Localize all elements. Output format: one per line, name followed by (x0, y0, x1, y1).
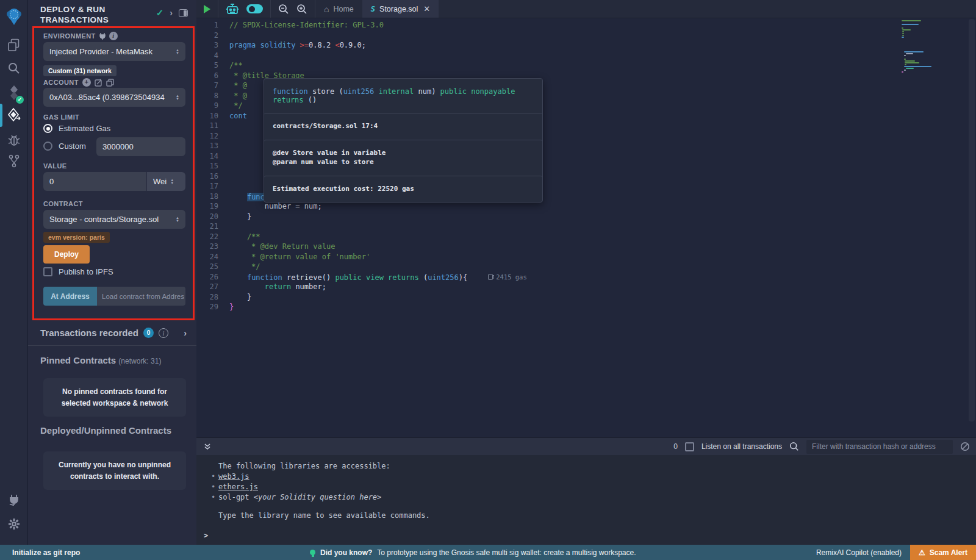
environment-info-icon[interactable]: i (109, 32, 118, 40)
solidity-compiler-icon[interactable]: ✓ (0, 84, 27, 102)
hover-tooltip: function store (uint256 internal num) pu… (264, 78, 543, 203)
remix-logo-icon[interactable] (0, 5, 27, 28)
did-you-know-tip: Did you know? To prototype using the Gno… (310, 548, 636, 557)
search-icon[interactable] (0, 59, 27, 76)
line-number: 16 (196, 171, 229, 182)
zoom-in-icon[interactable] (296, 4, 307, 15)
transactions-count-badge: 0 (143, 328, 154, 338)
init-git-repo-button[interactable]: Initialize as git repo (12, 548, 80, 557)
environment-select[interactable]: Injected Provider - MetaMask ▲▼ (43, 42, 185, 61)
line-number: 29 (196, 302, 229, 312)
transactions-recorded-row[interactable]: Transactions recorded 0 i › (40, 328, 187, 338)
copilot-toggle[interactable] (246, 4, 263, 13)
panel-title: DEPLOY & RUN TRANSACTIONS (40, 5, 144, 26)
tooltip-signature: function store (uint256 internal num) pu… (264, 79, 542, 113)
terminal[interactable]: The following libraries are accessible: … (196, 455, 976, 545)
zoom-out-icon[interactable] (278, 4, 289, 15)
network-badge: Custom (31) network (43, 65, 117, 76)
code-line: 21 (196, 221, 976, 232)
contract-label: CONTRACT (43, 200, 83, 207)
tooltip-docs: @dev Store value in variable @param num … (264, 140, 542, 176)
sign-message-icon[interactable] (95, 79, 102, 87)
gas-limit-label: GAS LIMIT (43, 113, 79, 121)
terminal-hint: Type the library name to see available c… (218, 511, 976, 521)
select-stepper-icon: ▲▼ (176, 217, 179, 223)
code-line: 2 (196, 31, 976, 41)
pin-panel-icon[interactable] (179, 9, 188, 17)
code-line: 20 } (196, 212, 976, 222)
copilot-status[interactable]: RemixAI Copilot (enabled) (816, 548, 902, 557)
estimated-gas-option[interactable]: Estimated Gas (43, 124, 110, 133)
account-label: ACCOUNT (43, 79, 79, 86)
code-line: 28 } (196, 292, 976, 303)
account-select[interactable]: 0xA03...85ac4 (0.398673504934 ▲▼ (43, 88, 185, 107)
copy-account-icon[interactable] (106, 79, 114, 87)
close-tab-icon[interactable]: ✕ (423, 4, 430, 13)
terminal-library-item[interactable]: web3.js (218, 472, 976, 482)
status-bar: Initialize as git repo Did you know? To … (0, 545, 976, 560)
value-input[interactable]: 0 (43, 172, 146, 191)
file-explorer-icon[interactable] (0, 37, 27, 54)
deployed-empty-message: Currently you have no unpinned contracts… (43, 451, 186, 490)
terminal-filter-input[interactable]: Filter with transaction hash or address (806, 440, 953, 454)
deploy-and-run-icon[interactable] (0, 106, 27, 124)
add-account-icon[interactable]: + (82, 78, 91, 87)
code-line: 26 function retrieve() public view retur… (196, 272, 976, 282)
editor-tabbar: ⌂ Home S Storage.sol ✕ (196, 0, 976, 18)
terminal-library-item[interactable]: ethers.js (218, 482, 976, 492)
contract-select[interactable]: Storage - contracts/Storage.sol ▲▼ (43, 210, 185, 229)
line-number: 26 (196, 272, 229, 282)
select-stepper-icon: ▲▼ (170, 179, 174, 185)
listen-transactions-checkbox[interactable] (685, 442, 694, 451)
tab-storage-sol[interactable]: S Storage.sol ✕ (362, 0, 439, 18)
line-number: 10 (196, 111, 229, 121)
estimated-gas-radio[interactable] (43, 124, 52, 133)
terminal-tx-count: 0 (673, 442, 678, 451)
line-number: 12 (196, 131, 229, 142)
line-number: 17 (196, 181, 229, 192)
run-script-icon[interactable] (204, 5, 210, 13)
line-number: 6 (196, 71, 229, 81)
line-number: 25 (196, 262, 229, 272)
code-line: 3pragma solidity >=0.8.2 <0.9.0; (196, 40, 976, 51)
deployed-contracts-heading: Deployed/Unpinned Contracts (40, 425, 171, 436)
custom-gas-input[interactable]: 3000000 (96, 137, 185, 156)
code-editor[interactable]: 1// SPDX-License-Identifier: GPL-3.023pr… (196, 19, 976, 437)
editor-minimap[interactable] (902, 20, 941, 73)
line-number: 11 (196, 121, 229, 131)
clear-console-icon[interactable] (960, 442, 970, 451)
at-address-input[interactable]: Load contract from Addres (97, 287, 185, 306)
transactions-info-icon[interactable]: i (159, 328, 168, 338)
transactions-expand-icon[interactable]: › (184, 328, 187, 338)
custom-gas-radio[interactable] (43, 142, 52, 151)
tab-home[interactable]: ⌂ Home (315, 0, 362, 18)
line-number: 7 (196, 81, 229, 91)
terminal-search-icon[interactable] (789, 442, 799, 451)
value-unit-select[interactable]: Wei ▲▼ (147, 172, 185, 191)
terminal-prompt[interactable]: > (204, 531, 208, 541)
code-line: 19 number = num; (196, 201, 976, 212)
scam-alert-button[interactable]: ⚠ Scam Alert (910, 545, 976, 560)
settings-gear-icon[interactable] (0, 515, 27, 533)
terminal-intro: The following libraries are accessible: (218, 461, 976, 472)
line-number: 27 (196, 282, 229, 292)
publish-ipfs-option[interactable]: Publish to IPFS (43, 267, 113, 276)
terminal-collapse-icon[interactable] (204, 443, 211, 450)
plugin-connector-icon[interactable] (0, 153, 27, 170)
custom-gas-option[interactable]: Custom (43, 142, 86, 151)
code-line: 5/** (196, 60, 976, 71)
debugger-icon[interactable] (0, 131, 27, 148)
line-number: 3 (196, 40, 229, 51)
ai-robot-icon[interactable] (226, 3, 239, 15)
panel-chevron-icon[interactable]: › (170, 8, 173, 18)
select-stepper-icon: ▲▼ (176, 95, 179, 101)
line-number: 18 (196, 192, 229, 202)
plugin-manager-plug-icon[interactable] (0, 491, 27, 508)
line-number: 15 (196, 161, 229, 171)
fork-plug-icon[interactable] (99, 32, 106, 40)
editor-scrollbar[interactable] (969, 19, 975, 422)
line-number: 23 (196, 242, 229, 252)
publish-ipfs-checkbox[interactable] (43, 267, 52, 276)
at-address-button[interactable]: At Address (43, 287, 97, 306)
deploy-button[interactable]: Deploy (43, 245, 90, 264)
